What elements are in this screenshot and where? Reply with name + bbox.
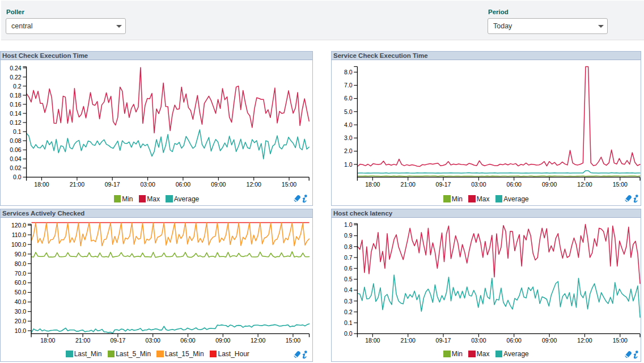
svg-text:0.5: 0.5 [344,276,353,282]
svg-text:0.8: 0.8 [344,243,353,250]
svg-text:09-17: 09-17 [110,337,125,344]
svg-text:12:00: 12:00 [577,181,592,188]
svg-text:110.0: 110.0 [12,231,27,238]
svg-text:5.0: 5.0 [344,108,353,115]
svg-text:100.0: 100.0 [11,241,26,248]
svg-text:0.1: 0.1 [344,319,353,326]
svg-text:3.0: 3.0 [344,134,353,141]
svg-text:0.18: 0.18 [10,92,22,99]
svg-text:21:00: 21:00 [401,181,416,188]
svg-text:40.0: 40.0 [15,298,27,305]
svg-text:15:00: 15:00 [613,181,628,188]
svg-text:70.0: 70.0 [15,270,27,277]
svg-text:03:00: 03:00 [471,181,486,188]
svg-text:0.6: 0.6 [344,265,353,272]
svg-text:18:00: 18:00 [365,181,380,188]
svg-text:09-17: 09-17 [436,181,451,188]
svg-text:1.0: 1.0 [344,161,353,168]
svg-text:4.0: 4.0 [344,121,353,128]
svg-text:09-17: 09-17 [436,337,451,344]
svg-text:12:00: 12:00 [247,181,261,188]
svg-text:0.08: 0.08 [10,137,22,144]
svg-text:0.24: 0.24 [10,65,22,71]
svg-text:0.4: 0.4 [344,286,353,293]
svg-text:0.02: 0.02 [10,164,22,171]
svg-text:12:00: 12:00 [251,337,265,344]
svg-text:0.3: 0.3 [344,298,353,305]
svg-text:80.0: 80.0 [15,260,27,267]
svg-text:0.0: 0.0 [13,174,22,180]
svg-text:18:00: 18:00 [365,337,380,344]
svg-text:0.06: 0.06 [10,146,22,153]
svg-text:0.1: 0.1 [13,128,22,135]
svg-text:09:00: 09:00 [211,181,226,188]
svg-text:120.0: 120.0 [11,222,26,229]
svg-text:03:00: 03:00 [140,181,155,188]
svg-text:30.0: 30.0 [15,308,27,315]
svg-text:06:00: 06:00 [507,337,522,344]
svg-text:60.0: 60.0 [15,279,27,286]
svg-text:21:00: 21:00 [70,181,84,188]
svg-text:18:00: 18:00 [40,337,55,344]
svg-text:0.14: 0.14 [10,110,22,117]
svg-text:09:00: 09:00 [542,181,557,188]
svg-text:06:00: 06:00 [507,181,522,188]
svg-text:0.2: 0.2 [13,83,22,90]
svg-text:09:00: 09:00 [542,337,557,344]
svg-text:18:00: 18:00 [34,181,49,188]
svg-text:1.0: 1.0 [344,221,353,228]
svg-text:0.2: 0.2 [344,309,353,315]
svg-text:90.0: 90.0 [15,251,27,258]
svg-text:21:00: 21:00 [401,337,416,344]
svg-text:7.0: 7.0 [344,82,353,88]
svg-text:0.12: 0.12 [10,119,22,126]
svg-text:09-17: 09-17 [105,181,120,188]
svg-text:20.0: 20.0 [15,318,27,324]
svg-text:06:00: 06:00 [176,181,190,188]
svg-text:12:00: 12:00 [577,337,592,344]
svg-text:21:00: 21:00 [75,337,90,344]
svg-text:0.16: 0.16 [10,101,22,108]
svg-text:8.0: 8.0 [344,69,353,75]
svg-text:10.0: 10.0 [15,327,27,334]
svg-text:15:00: 15:00 [286,337,300,344]
svg-text:03:00: 03:00 [146,337,160,344]
svg-text:0.0: 0.0 [344,330,353,337]
svg-text:15:00: 15:00 [282,181,296,188]
svg-text:09:00: 09:00 [215,337,230,344]
svg-text:0.7: 0.7 [344,254,353,261]
svg-text:6.0: 6.0 [344,95,353,102]
svg-text:15:00: 15:00 [613,337,628,344]
svg-text:0.22: 0.22 [10,74,22,81]
svg-text:50.0: 50.0 [15,289,27,296]
svg-text:2.0: 2.0 [344,147,353,154]
svg-text:06:00: 06:00 [180,337,195,344]
svg-text:03:00: 03:00 [471,337,486,344]
svg-text:0.04: 0.04 [10,155,22,162]
svg-text:0.9: 0.9 [344,232,353,239]
